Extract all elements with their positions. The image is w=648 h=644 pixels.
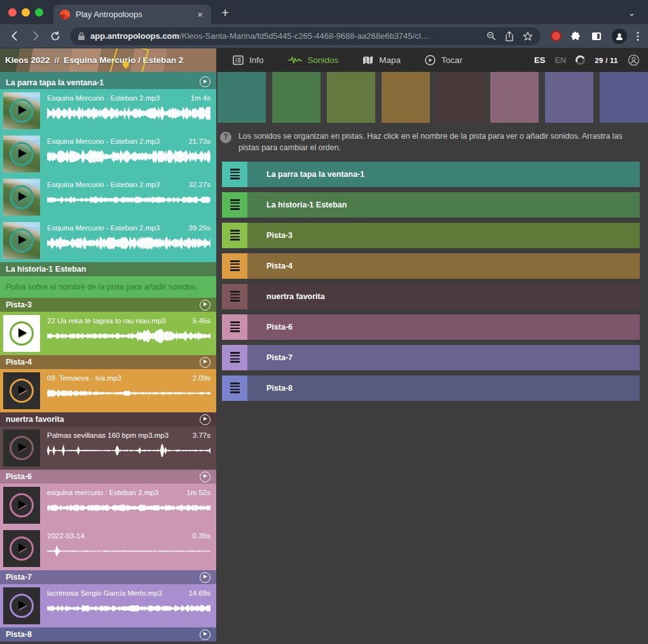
track-section-header[interactable]: nuertra favorita <box>0 412 216 426</box>
audio-clip[interactable]: Palmas sevillanas 160 bpm mp3.mp33.77s <box>0 426 216 470</box>
clip-play-icon[interactable] <box>10 142 34 166</box>
clip-waveform[interactable] <box>47 542 210 561</box>
track-color-swatch[interactable] <box>545 72 593 123</box>
track-play-icon[interactable] <box>200 472 210 482</box>
breadcrumb[interactable]: Kleos 2022 // Esquina Mercurio / Esteban… <box>0 48 216 72</box>
track-color-swatch[interactable] <box>490 72 539 123</box>
clip-thumbnail[interactable] <box>3 487 40 524</box>
track-row[interactable]: La historia-1 Esteban <box>222 192 640 218</box>
clip-waveform[interactable] <box>47 384 210 403</box>
track-name-button[interactable]: nuertra favorita <box>247 284 640 309</box>
new-tab-button[interactable]: + <box>211 5 229 24</box>
track-color-swatch[interactable] <box>272 72 321 123</box>
clip-play-icon[interactable] <box>10 536 34 561</box>
audio-clip[interactable]: Esquina Mercurio - Esteban 2.mp332.27s <box>0 176 216 219</box>
drag-handle-icon[interactable] <box>222 192 247 218</box>
track-color-swatch[interactable] <box>217 72 266 123</box>
track-section-header[interactable]: Pista-7 <box>0 570 216 584</box>
audio-clip[interactable]: 22 Ua reka te tagnia to rau niau.mp35.45… <box>0 312 216 355</box>
track-color-swatch[interactable] <box>600 72 648 123</box>
track-row[interactable]: Pista-6 <box>222 314 640 340</box>
audio-clip[interactable]: 2022-03-140.39s <box>0 527 216 570</box>
audio-clip[interactable]: Esquina Mercurio - Esteban 2.mp339.29s <box>0 219 216 262</box>
window-zoom-button[interactable] <box>35 8 43 17</box>
drag-handle-icon[interactable] <box>222 345 247 370</box>
clip-play-icon[interactable] <box>10 379 34 403</box>
track-play-icon[interactable] <box>200 572 210 583</box>
track-name-button[interactable]: Pista-3 <box>247 223 640 248</box>
track-row[interactable]: Pista-4 <box>222 253 640 279</box>
clip-play-icon[interactable] <box>10 493 34 517</box>
drag-handle-icon[interactable] <box>222 253 247 279</box>
reload-icon[interactable] <box>46 27 65 46</box>
track-play-icon[interactable] <box>200 76 210 87</box>
clip-play-icon[interactable] <box>10 321 34 346</box>
drag-handle-icon[interactable] <box>222 314 247 340</box>
track-section-header[interactable]: Pista-3 <box>0 298 216 312</box>
clip-waveform[interactable] <box>47 234 210 253</box>
track-color-swatch[interactable] <box>327 72 375 123</box>
track-section-header[interactable]: La historia-1 Esteban <box>0 262 216 276</box>
profile-icon[interactable] <box>612 29 627 44</box>
zoom-icon[interactable] <box>486 31 496 41</box>
track-row[interactable]: Pista-3 <box>222 223 640 248</box>
clip-thumbnail[interactable] <box>3 430 40 466</box>
clip-play-icon[interactable] <box>10 99 34 123</box>
clip-thumbnail[interactable] <box>3 587 40 624</box>
back-icon[interactable] <box>5 27 24 46</box>
track-play-icon[interactable] <box>200 629 210 640</box>
track-name-button[interactable]: Pista-8 <box>247 375 640 401</box>
menu-icon[interactable] <box>637 31 639 41</box>
clip-waveform[interactable] <box>47 147 210 166</box>
clip-thumbnail[interactable] <box>3 315 40 352</box>
clip-play-icon[interactable] <box>10 594 34 618</box>
extensions-icon[interactable] <box>570 31 581 42</box>
track-row[interactable]: Pista-7 <box>222 345 640 370</box>
audio-clip[interactable]: lacrimosa Sergio García Merlo.mp314.69s <box>0 584 216 627</box>
audio-clip[interactable]: esquina mercurio : Esteban 2.mp31m 52s <box>0 484 216 527</box>
clip-play-icon[interactable] <box>10 228 34 253</box>
drag-handle-icon[interactable] <box>222 162 247 187</box>
clip-waveform[interactable] <box>47 441 210 460</box>
star-icon[interactable] <box>523 31 533 41</box>
track-section-header[interactable]: La parra tapa la ventana-1 <box>0 72 216 89</box>
account-icon[interactable] <box>628 54 640 66</box>
track-section-header[interactable]: Pista-6 <box>0 470 216 484</box>
track-row[interactable]: nuertra favorita <box>222 284 640 309</box>
nav-tab-tocar[interactable]: Tocar <box>425 55 462 66</box>
drag-handle-icon[interactable] <box>222 375 247 401</box>
clip-thumbnail[interactable] <box>3 530 40 567</box>
nav-tab-info[interactable]: Info <box>233 55 264 65</box>
clip-thumbnail[interactable] <box>3 179 40 216</box>
track-name-button[interactable]: Pista-6 <box>247 314 640 340</box>
clip-thumbnail[interactable] <box>3 222 40 259</box>
nav-tab-mapa[interactable]: Mapa <box>362 55 401 65</box>
tab-search-chevron-icon[interactable]: ⌄ <box>628 8 648 24</box>
audio-clip[interactable]: 09. Temaeva - Iva.mp32.09s <box>0 369 216 412</box>
track-name-button[interactable]: Pista-4 <box>247 253 640 279</box>
lang-en-button[interactable]: EN <box>555 55 566 65</box>
drag-handle-icon[interactable] <box>222 284 247 309</box>
clip-play-icon[interactable] <box>10 436 34 460</box>
audio-clip[interactable]: Esquina Mercurio - Esteban 2.mp31m 4s <box>0 89 216 132</box>
url-bar[interactable]: app.antropoloops.com/Kleos-Santa-Marina/… <box>70 27 541 45</box>
side-panel-icon[interactable] <box>591 31 602 42</box>
track-play-icon[interactable] <box>200 414 210 425</box>
record-icon[interactable] <box>552 32 560 40</box>
track-row[interactable]: Pista-8 <box>222 375 640 401</box>
clip-waveform[interactable] <box>47 326 210 346</box>
share-icon[interactable] <box>505 31 514 41</box>
clip-thumbnail[interactable] <box>3 136 40 172</box>
track-color-swatch[interactable] <box>436 72 485 123</box>
track-name-button[interactable]: Pista-7 <box>247 345 640 370</box>
window-close-button[interactable] <box>8 8 17 17</box>
clip-waveform[interactable] <box>47 190 210 209</box>
audio-clip[interactable]: Esquina Mercurio - Esteban 2.mp321.73s <box>0 132 216 176</box>
clip-play-icon[interactable] <box>10 185 34 209</box>
nav-tab-sonidos[interactable]: Sonidos <box>288 55 339 65</box>
clip-waveform[interactable] <box>47 599 210 618</box>
tab-close-icon[interactable]: × <box>195 9 205 20</box>
track-section-header[interactable]: Pista-4 <box>0 355 216 369</box>
forward-icon[interactable] <box>25 27 45 46</box>
clip-thumbnail[interactable] <box>3 92 40 129</box>
